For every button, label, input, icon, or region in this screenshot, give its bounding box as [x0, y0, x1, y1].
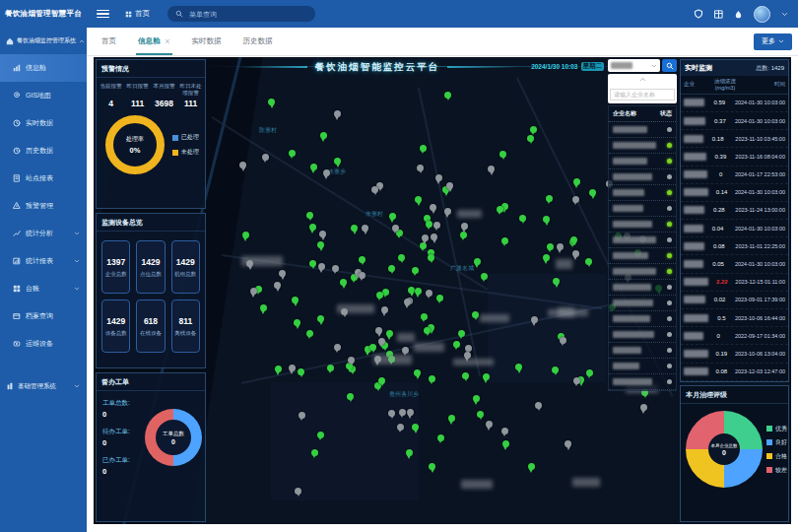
map-pin[interactable] [586, 369, 593, 376]
realtime-row[interactable]: 02022-09-17 01:34:00 [681, 327, 788, 345]
map-pin[interactable] [417, 165, 424, 171]
company-row[interactable] [609, 154, 676, 169]
map-pin[interactable] [398, 254, 405, 261]
map-pin[interactable] [250, 288, 257, 295]
map-pin[interactable] [311, 449, 318, 456]
map-pin[interactable] [565, 440, 571, 447]
map-pin[interactable] [412, 267, 419, 274]
map-pin[interactable] [435, 174, 442, 181]
map-pin[interactable] [294, 319, 300, 326]
company-row[interactable] [609, 169, 676, 185]
map-pin[interactable] [389, 213, 396, 220]
avatar[interactable] [754, 6, 770, 23]
map-pin[interactable] [528, 463, 535, 470]
map-pin[interactable] [351, 225, 358, 232]
map-pin[interactable] [334, 110, 341, 117]
map-pin[interactable] [292, 297, 299, 303]
map-pin[interactable] [585, 258, 592, 265]
company-name-input[interactable] [610, 89, 675, 100]
sidebar-item-7[interactable]: 统计报表 [0, 247, 87, 275]
map-pin[interactable] [306, 330, 313, 337]
map-pin[interactable] [426, 290, 432, 297]
flame-icon[interactable] [734, 10, 743, 19]
map-pin[interactable] [589, 189, 596, 196]
map-pin[interactable] [406, 449, 413, 456]
menu-search-input[interactable] [187, 10, 307, 19]
map-pin[interactable] [375, 327, 382, 334]
map-pin[interactable] [332, 265, 339, 272]
company-row[interactable] [609, 359, 676, 374]
map-pin[interactable] [371, 186, 378, 193]
map-pin[interactable] [501, 237, 508, 244]
company-row[interactable] [609, 327, 676, 343]
map-pin[interactable] [474, 258, 481, 265]
map-pin[interactable] [640, 404, 647, 411]
sidebar-item-9[interactable]: 档案查询 [0, 302, 87, 330]
map-pin[interactable] [460, 232, 467, 238]
realtime-row[interactable]: 2.222023-12-15 01:11:00 [681, 274, 788, 292]
chevron-down-icon[interactable] [781, 11, 788, 18]
map-pin[interactable] [458, 330, 465, 337]
map-pin[interactable] [502, 440, 509, 447]
map-pin[interactable] [426, 221, 432, 228]
map-pin[interactable] [422, 234, 429, 241]
map-pin[interactable] [473, 395, 480, 402]
map-pin[interactable] [462, 372, 469, 379]
map-pin[interactable] [431, 233, 437, 240]
map-pin[interactable] [481, 273, 488, 280]
map-pin[interactable] [306, 212, 313, 219]
map-pin[interactable] [477, 411, 484, 418]
map-pin[interactable] [499, 151, 506, 158]
tab-3[interactable]: 历史数据 [233, 28, 284, 55]
map-pin[interactable] [547, 243, 554, 250]
sidebar-item-1[interactable]: GIS地图 [0, 82, 87, 109]
sidebar-item-6[interactable]: 统计分析 [0, 220, 87, 247]
sidebar-item-3[interactable]: 历史数据 [0, 137, 87, 165]
sidebar-item-2[interactable]: 实时数据 [0, 109, 87, 137]
map-pin[interactable] [378, 338, 385, 345]
map-pin[interactable] [340, 279, 347, 286]
map-pin[interactable] [319, 231, 326, 237]
map-pin[interactable] [268, 99, 275, 105]
menu-toggle-icon[interactable] [97, 8, 109, 21]
map-pin[interactable] [572, 250, 579, 257]
map-pin[interactable] [275, 366, 282, 372]
map-pin[interactable] [397, 424, 404, 431]
company-row[interactable] [609, 343, 676, 359]
company-row[interactable] [609, 233, 676, 248]
map-pin[interactable] [310, 164, 317, 170]
map-pin[interactable] [570, 236, 577, 243]
realtime-row[interactable]: 0.392023-11-16 08:04:00 [681, 148, 788, 166]
realtime-row[interactable]: 0.042024-01-30 10:03:00 [681, 220, 788, 237]
map-pin[interactable] [242, 232, 249, 238]
sidebar-item-10[interactable]: 运维设备 [0, 330, 87, 358]
map-pin[interactable] [446, 182, 453, 189]
map-pin[interactable] [334, 344, 341, 351]
sidebar-item-base-system[interactable]: 基础管理系统 [0, 373, 87, 399]
map-pin[interactable] [309, 224, 316, 231]
company-row[interactable] [609, 138, 676, 154]
map-pin[interactable] [486, 421, 493, 428]
tab-0[interactable]: 首页 [91, 28, 127, 55]
close-icon[interactable] [165, 38, 170, 44]
sidebar-item-5[interactable]: 预警管理 [0, 192, 87, 220]
map-pin[interactable] [279, 270, 286, 277]
map-pin[interactable] [415, 196, 422, 203]
map-pin[interactable] [320, 132, 327, 139]
company-row[interactable] [609, 311, 676, 327]
map-pin[interactable] [501, 428, 508, 434]
map-pin[interactable] [309, 260, 316, 267]
realtime-row[interactable]: 0.142024-01-30 10:03:00 [681, 184, 788, 202]
map-pin[interactable] [560, 337, 566, 344]
map-pin[interactable] [274, 282, 281, 289]
map-pin[interactable] [334, 158, 341, 165]
realtime-row[interactable]: 0.592024-01-30 10:03:00 [681, 95, 788, 112]
map-pin[interactable] [295, 488, 301, 495]
map-pin[interactable] [376, 292, 383, 299]
realtime-row[interactable]: 0.192023-10-06 13:04:00 [681, 345, 788, 363]
shield-icon[interactable] [694, 9, 703, 19]
company-row[interactable] [609, 280, 676, 296]
company-row[interactable] [609, 201, 676, 217]
map-pin[interactable] [327, 365, 334, 371]
map-pin[interactable] [369, 344, 376, 351]
